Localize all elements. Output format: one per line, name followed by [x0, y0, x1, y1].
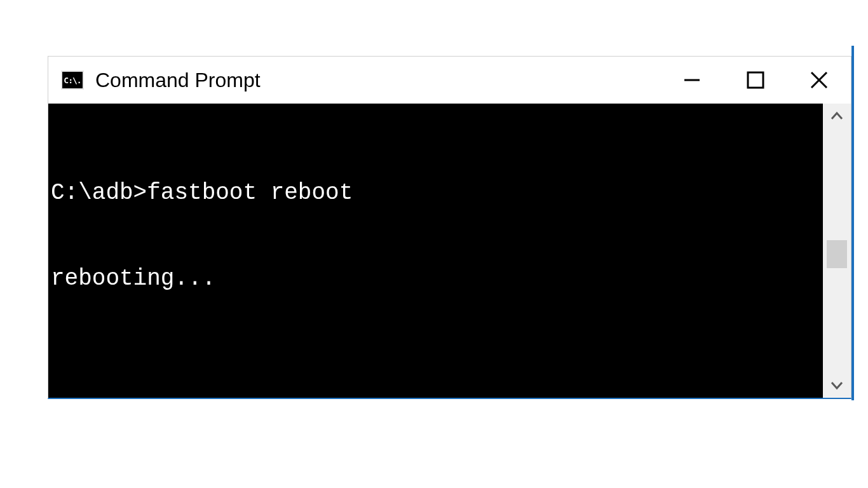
app-icon-text: C:\. [64, 76, 81, 85]
terminal-line: C:\adb>fastboot reboot [51, 179, 820, 207]
command-prompt-icon: C:\. [61, 71, 84, 90]
client-area: C:\adb>fastboot reboot rebooting... fini… [48, 104, 851, 398]
chevron-up-icon [830, 109, 844, 123]
titlebar[interactable]: C:\. Command Prompt [48, 57, 851, 104]
chevron-down-icon [830, 378, 844, 392]
page-canvas: C:\. Command Prompt [0, 0, 868, 488]
window-controls [660, 57, 851, 104]
maximize-button[interactable] [724, 57, 787, 104]
terminal-output[interactable]: C:\adb>fastboot reboot rebooting... fini… [48, 104, 823, 398]
page-edge-accent [851, 46, 854, 400]
minimize-icon [681, 69, 703, 91]
vertical-scrollbar[interactable] [823, 104, 851, 398]
terminal-line [51, 350, 820, 379]
close-button[interactable] [787, 57, 851, 104]
maximize-icon [746, 71, 765, 90]
window-title: Command Prompt [95, 69, 261, 92]
minimize-button[interactable] [660, 57, 724, 104]
svg-rect-1 [748, 72, 763, 88]
scroll-up-button[interactable] [823, 104, 851, 129]
command-prompt-window: C:\. Command Prompt [48, 56, 851, 399]
scrollbar-thumb[interactable] [827, 240, 847, 268]
close-icon [809, 70, 829, 90]
scroll-down-button[interactable] [823, 372, 851, 398]
scrollbar-track[interactable] [823, 129, 851, 372]
terminal-line: rebooting... [51, 264, 820, 293]
title-left: C:\. Command Prompt [48, 69, 660, 92]
